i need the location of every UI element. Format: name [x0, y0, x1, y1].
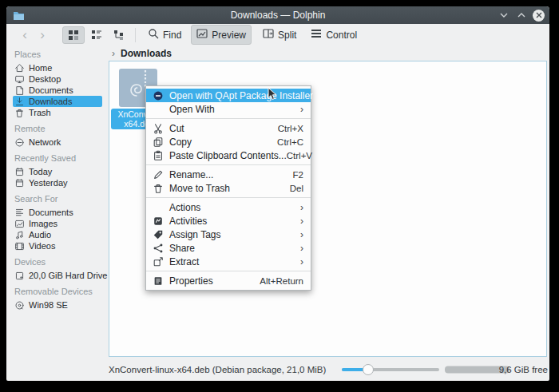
sidebar-item-label: Win98 SE [29, 300, 68, 310]
window-controls [498, 6, 545, 24]
submenu-arrow-icon: › [300, 203, 303, 212]
submenu-arrow-icon: › [300, 244, 303, 253]
menu-item-label: Extract [169, 256, 300, 267]
home-icon [14, 63, 25, 73]
menu-item-assign-tags[interactable]: Assign Tags › [146, 228, 311, 241]
section-header: Recently Saved [14, 153, 109, 164]
menu-item-actions[interactable]: Actions › [146, 200, 311, 214]
menu-item-label: Move to Trash [169, 183, 290, 194]
zoom-slider-handle[interactable] [363, 364, 374, 375]
menu-item-label: Cut [169, 123, 278, 134]
zoom-slider[interactable] [342, 364, 439, 375]
status-file-info: XnConvert-linux-x64.deb (Debian package,… [109, 365, 326, 374]
preview-button[interactable]: Preview [191, 25, 252, 45]
sidebar-item-yesterday[interactable]: Yesterday [13, 177, 109, 188]
sidebar-item-label: Network [29, 137, 61, 147]
sidebar-item-label: Videos [29, 241, 55, 251]
image-icon [14, 219, 25, 229]
sidebar-item-downloads[interactable]: Downloads [13, 96, 102, 107]
sidebar-item-label: Home [29, 63, 52, 73]
forward-icon[interactable]: › [34, 28, 51, 42]
icons-view-button[interactable] [62, 26, 85, 44]
sidebar-item-desktop[interactable]: Desktop [13, 73, 109, 85]
find-button[interactable]: Find [143, 26, 186, 44]
dolphin-app-icon [13, 10, 25, 20]
sidebar-item-search-videos[interactable]: Videos [13, 240, 109, 251]
sidebar-item-hard-drive[interactable]: 20,0 GiB Hard Drive [13, 270, 109, 281]
paste-icon [153, 150, 164, 161]
menu-item-open-with[interactable]: Open With › [146, 102, 311, 116]
menu-item-label: Share [169, 243, 300, 254]
text-lines-icon [14, 208, 25, 218]
close-icon[interactable] [533, 10, 545, 22]
view-mode-group [62, 26, 129, 44]
menu-item-copy[interactable]: Copy Ctrl+C [146, 135, 311, 148]
sidebar-item-label: Today [29, 167, 52, 176]
chevron-right-icon: › [112, 48, 115, 59]
breadcrumb[interactable]: › Downloads [112, 46, 172, 61]
video-icon [14, 241, 25, 251]
menu-separator [146, 197, 311, 198]
sidebar-item-search-audio[interactable]: Audio [13, 229, 109, 240]
calendar-icon [14, 178, 25, 188]
share-icon [153, 243, 164, 254]
menu-item-share[interactable]: Share › [146, 241, 311, 255]
submenu-arrow-icon: › [300, 216, 303, 226]
sidebar-item-home[interactable]: Home [13, 62, 109, 73]
section-devices: Devices 20,0 GiB Hard Drive [14, 257, 109, 281]
tag-icon [153, 229, 164, 240]
menu-item-label: Actions [169, 202, 300, 213]
section-removable-devices: Removable Devices Win98 SE [14, 287, 109, 311]
sidebar-item-label: Audio [29, 230, 51, 240]
menu-separator [146, 118, 311, 119]
sidebar-item-trash[interactable]: Trash [13, 107, 109, 118]
compact-view-button[interactable] [86, 26, 107, 44]
free-space-label: 9,6 GiB free [499, 365, 548, 374]
menu-item-move-to-trash[interactable]: Move to Trash Del [146, 181, 311, 195]
control-button[interactable]: Control [306, 26, 362, 43]
sidebar-item-search-documents[interactable]: Documents [13, 207, 109, 218]
menu-item-rename[interactable]: Rename... F2 [146, 168, 311, 181]
menu-item-label: Paste Clipboard Contents... [169, 150, 287, 161]
sidebar-item-label: 20,0 GiB Hard Drive [29, 271, 107, 280]
sidebar-item-today[interactable]: Today [13, 166, 109, 177]
menu-item-cut[interactable]: Cut Ctrl+X [146, 121, 311, 135]
activities-icon [153, 216, 164, 227]
maximize-icon[interactable] [515, 9, 528, 22]
menu-item-open-with-qapt[interactable]: Open with QApt Package Installer [146, 89, 311, 102]
menu-item-label: Rename... [169, 169, 293, 180]
submenu-arrow-icon: › [300, 257, 303, 267]
properties-icon [153, 275, 164, 287]
titlebar[interactable]: Downloads — Dolphin [6, 6, 549, 24]
sidebar-item-search-images[interactable]: Images [13, 218, 109, 229]
document-icon [14, 85, 25, 96]
extract-icon [153, 256, 164, 267]
cut-icon [153, 123, 164, 134]
sidebar-item-network[interactable]: Network [13, 137, 109, 148]
menu-item-properties[interactable]: Properties Alt+Return [146, 274, 311, 287]
menu-item-activities[interactable]: Activities › [146, 214, 311, 228]
sidebar-item-win98-se[interactable]: Win98 SE [13, 299, 109, 311]
sidebar-item-label: Yesterday [29, 178, 68, 188]
menu-item-extract[interactable]: Extract › [146, 255, 311, 268]
minimize-icon[interactable] [498, 9, 510, 22]
preview-label: Preview [212, 30, 246, 41]
screenshot-canvas: Downloads — Dolphin ‹ › [0, 0, 559, 392]
back-icon[interactable]: ‹ [16, 28, 34, 42]
menu-item-label: Open with QApt Package Installer [169, 90, 313, 101]
menu-item-label: Copy [169, 137, 277, 148]
split-button[interactable]: Split [258, 26, 301, 44]
menu-item-label: Open With [169, 104, 300, 115]
sidebar-item-documents[interactable]: Documents [13, 85, 109, 96]
qapt-icon [153, 90, 164, 101]
menu-separator [146, 164, 311, 165]
download-icon [14, 97, 25, 107]
sidebar-item-label: Images [29, 219, 57, 228]
sidebar-item-label: Documents [29, 85, 73, 95]
section-header: Remote [14, 124, 109, 134]
context-menu: Open with QApt Package Installer Open Wi… [145, 85, 311, 291]
statusbar: XnConvert-linux-x64.deb (Debian package,… [6, 358, 549, 381]
toolbar: ‹ › Find [6, 24, 549, 46]
details-view-button[interactable] [109, 26, 129, 44]
menu-item-paste[interactable]: Paste Clipboard Contents... Ctrl+V [146, 148, 311, 162]
